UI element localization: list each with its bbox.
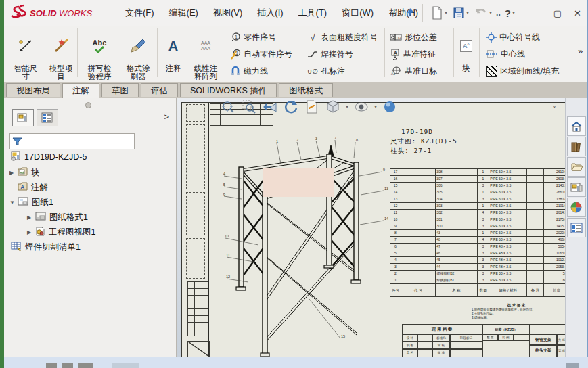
spell-checker-button[interactable]: Abc 拼写检 验程序 xyxy=(81,28,118,89)
appearances-button[interactable] xyxy=(567,198,586,217)
centerline-button[interactable]: 中心线 xyxy=(486,47,525,62)
previous-view-button[interactable] xyxy=(262,99,278,115)
command-tab-0[interactable]: 视图布局 xyxy=(6,83,60,97)
blocks-folder-icon xyxy=(18,167,28,178)
table-cell xyxy=(210,120,221,126)
tree-item-sheet-format1[interactable]: ▶ 图纸格式1 xyxy=(4,210,88,225)
tree-filter-input[interactable] xyxy=(9,133,135,150)
balloon-button[interactable]: 1 零件序号 xyxy=(230,30,276,45)
sheet-format-icon xyxy=(35,212,46,223)
menu-v[interactable]: 视图(V) xyxy=(206,0,250,26)
new-document-button[interactable]: ▾ xyxy=(430,5,449,21)
tree-root-item[interactable]: 17D19D-KZJD-5 xyxy=(4,150,87,164)
title-block-cell xyxy=(449,348,483,357)
tree-item-sheet1[interactable]: ▼ 图纸1 xyxy=(4,195,53,210)
tree-item-annotations[interactable]: A 注解 xyxy=(4,180,48,195)
cut-list-cell: 304 xyxy=(436,196,477,203)
menu-w[interactable]: 窗口(W) xyxy=(334,0,381,26)
drawing-sheet[interactable]: 17D-19D 尺寸图: KZJ(D)-5 柱头: 27-1 x 173081P… xyxy=(181,102,570,359)
zoom-to-fit-button[interactable] xyxy=(220,99,236,115)
drawing-view-tower[interactable]: 456101112123789131415 xyxy=(221,137,390,357)
custom-properties-button[interactable] xyxy=(567,218,586,237)
file-explorer-button[interactable] xyxy=(567,157,586,177)
center-mark-button[interactable]: 中心符号线 xyxy=(486,30,540,45)
tree-item-blocks[interactable]: ▶ 块 xyxy=(4,165,40,180)
command-tab-3[interactable]: 评估 xyxy=(141,83,178,97)
command-tab-1[interactable]: 注解 xyxy=(62,83,99,99)
view-palette-button[interactable] xyxy=(567,177,586,197)
dropdown-caret-icon[interactable]: ▾ xyxy=(445,10,447,16)
command-tab-2[interactable]: 草图 xyxy=(101,83,139,97)
graphics-area[interactable]: 17D-19D 尺寸图: KZJ(D)-5 柱头: 27-1 x 173081P… xyxy=(177,98,571,357)
menu-e[interactable]: 编辑(E) xyxy=(162,0,206,26)
view-settings-button[interactable] xyxy=(382,99,398,115)
surface-finish-button[interactable]: √ 表面粗糙度符号 xyxy=(307,30,378,45)
table-cell xyxy=(188,316,195,323)
menu-t[interactable]: 工具(T) xyxy=(291,0,335,26)
panel-handle[interactable] xyxy=(85,102,91,108)
3d-drawing-view-button[interactable] xyxy=(304,99,320,115)
save-button[interactable]: ▾ xyxy=(451,5,470,20)
expand-arrow-icon[interactable]: ▶ xyxy=(27,214,35,221)
dropdown-caret-icon[interactable]: ▾ xyxy=(489,10,492,16)
tree-item-label: 工程图视图1 xyxy=(49,227,95,238)
centerline-icon xyxy=(486,49,498,59)
magnetic-line-button[interactable]: 磁力线 xyxy=(230,64,268,78)
display-style-button[interactable] xyxy=(325,99,341,115)
dropdown-caret-icon[interactable]: ▾ xyxy=(346,104,348,110)
note-button[interactable]: A 注释 xyxy=(160,28,187,80)
auto-balloon-button[interactable]: 1 自动零件序号 xyxy=(230,47,292,62)
feature-tree-tab[interactable] xyxy=(12,109,34,127)
tree-item-drawing-view1[interactable]: ▶ 工程图视图1 xyxy=(4,225,95,239)
ribbon-overflow-button[interactable]: » xyxy=(578,46,583,56)
help-icon: ? xyxy=(505,7,511,19)
tree-item-cut-list[interactable]: 焊件切割清单1 xyxy=(4,239,81,254)
home-tab-button[interactable] xyxy=(567,116,586,136)
weld-symbol-button[interactable]: 焊接符号 xyxy=(307,47,353,62)
table-cell xyxy=(200,302,208,309)
table-cell xyxy=(210,110,221,115)
side-block-table xyxy=(187,281,208,336)
expand-arrow-icon[interactable]: ▶ xyxy=(27,229,35,235)
command-tab-5[interactable]: 图纸格式 xyxy=(279,83,333,97)
design-library-button[interactable] xyxy=(567,137,586,156)
center-mark-label: 中心符号线 xyxy=(499,32,540,43)
cut-list-cell: 11 xyxy=(390,210,401,216)
panel-expand-chevron[interactable]: > xyxy=(164,112,169,122)
command-tab-4[interactable]: SOLIDWORKS 插件 xyxy=(180,83,277,97)
tree-item-label: 图纸格式1 xyxy=(49,212,88,223)
close-button[interactable]: ✕ xyxy=(574,8,581,18)
title-bar: SOLID WORKS 文件(F)编辑(E)视图(V)插入(I)工具(T)窗口(… xyxy=(4,0,587,26)
menu-i[interactable]: 插入(I) xyxy=(250,0,290,26)
table-cell xyxy=(188,302,195,309)
collapse-arrow-icon[interactable]: ▼ xyxy=(9,200,18,206)
dropdown-caret-icon[interactable]: ▾ xyxy=(466,10,469,16)
hide-show-items-button[interactable] xyxy=(353,99,369,115)
table-cell xyxy=(210,115,221,120)
cut-list-table[interactable]: 173081PIPE 60 × 3.52610.60163071PIPE 60 … xyxy=(390,168,570,297)
format-painter-button[interactable]: 格式涂 刷器 xyxy=(120,28,156,89)
property-manager-tab[interactable] xyxy=(37,109,58,127)
datum-feature-button[interactable]: A 基准特征 xyxy=(390,47,436,62)
help-button[interactable]: ? ▾ xyxy=(503,6,516,20)
area-hatch-button[interactable]: 区域剖面线/填充 xyxy=(486,64,559,78)
table-cell xyxy=(195,296,200,302)
dropdown-caret-icon[interactable]: ▾ xyxy=(374,104,377,110)
table-cell xyxy=(200,289,208,296)
minimize-button[interactable]: — xyxy=(533,8,541,18)
expand-arrow-icon[interactable]: ▶ xyxy=(9,170,18,176)
balloon-label: 9 xyxy=(383,168,385,172)
pin-icon[interactable] xyxy=(403,7,415,19)
menu-f[interactable]: 文件(F) xyxy=(118,0,162,26)
undo-button[interactable]: ▾ xyxy=(473,5,493,20)
model-items-button[interactable]: 模型项 目 xyxy=(43,28,78,89)
hole-callout-button[interactable]: ∪∅ 孔标注 xyxy=(307,64,345,78)
maximize-button[interactable]: ▢ xyxy=(553,8,562,18)
datum-target-button[interactable]: A1 基准目标 xyxy=(390,64,437,78)
zoom-to-area-button[interactable] xyxy=(241,99,257,115)
rotate-view-button[interactable] xyxy=(283,99,299,115)
cut-list-cell: 8 xyxy=(390,230,401,237)
toolbar-overflow[interactable]: .. xyxy=(496,8,501,18)
geometric-tolerance-button[interactable]: 03 形位公差 xyxy=(390,30,437,45)
dropdown-caret-icon[interactable]: ▾ xyxy=(512,10,515,16)
